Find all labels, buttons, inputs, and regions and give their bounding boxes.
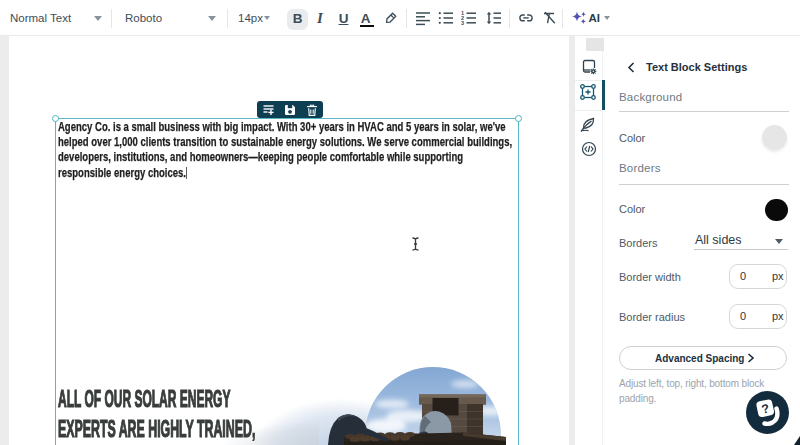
svg-text:3: 3	[461, 20, 464, 26]
